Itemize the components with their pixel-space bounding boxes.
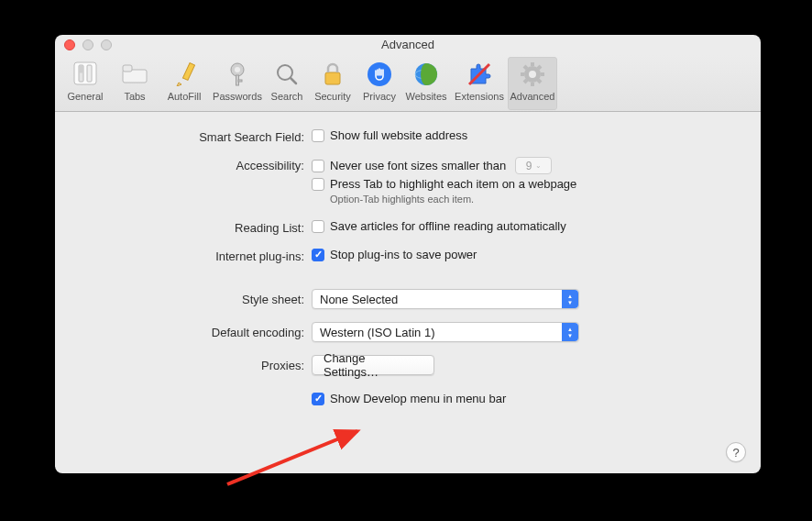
svg-marker-7 <box>177 83 181 86</box>
svg-line-27 <box>524 80 527 83</box>
popup-arrows-icon <box>562 290 578 308</box>
save-articles-label: Save articles for offline reading automa… <box>330 219 566 233</box>
tab-autofill[interactable]: AutoFill <box>159 57 209 110</box>
tab-search[interactable]: Search <box>266 57 308 110</box>
popup-arrows-icon <box>562 323 578 341</box>
svg-rect-14 <box>325 72 340 84</box>
switch-icon <box>71 61 99 88</box>
minimize-icon[interactable] <box>82 39 93 50</box>
search-icon <box>273 61 301 88</box>
show-develop-checkbox[interactable] <box>312 393 324 405</box>
svg-rect-2 <box>87 65 92 82</box>
default-encoding-label: Default encoding: <box>55 322 312 339</box>
svg-rect-6 <box>182 63 194 81</box>
window-title: Advanced <box>381 38 434 51</box>
zoom-icon[interactable] <box>101 39 112 50</box>
content-pane: Smart Search Field: Show full website ad… <box>55 112 761 473</box>
encoding-popup[interactable]: Western (ISO Latin 1) <box>312 322 579 342</box>
min-font-label: Never use font sizes smaller than <box>330 159 506 172</box>
chevron-down-icon: ⌄ <box>535 161 542 170</box>
tab-extensions[interactable]: Extensions <box>451 57 508 110</box>
svg-line-13 <box>291 78 296 83</box>
svg-rect-0 <box>74 62 96 84</box>
tab-tabs[interactable]: Tabs <box>110 57 159 110</box>
svg-point-9 <box>235 67 240 72</box>
svg-rect-5 <box>123 65 132 72</box>
svg-point-20 <box>529 71 536 78</box>
stylesheet-value: None Selected <box>313 293 562 306</box>
proxies-label: Proxies: <box>55 355 312 372</box>
stop-plugins-checkbox[interactable] <box>312 249 324 261</box>
svg-line-28 <box>538 66 541 69</box>
pencil-icon <box>170 61 198 88</box>
svg-rect-11 <box>238 80 242 82</box>
help-button[interactable]: ? <box>726 442 746 462</box>
show-develop-label: Show Develop menu in menu bar <box>330 392 506 405</box>
min-font-size-stepper[interactable]: 9⌄ <box>515 157 552 174</box>
press-tab-label: Press Tab to highlight each item on a we… <box>330 177 576 191</box>
gear-icon <box>519 61 546 88</box>
close-icon[interactable] <box>64 39 75 50</box>
stop-plugins-label: Stop plug-ins to save power <box>330 248 477 261</box>
traffic-lights <box>64 39 112 50</box>
key-icon <box>224 61 251 88</box>
tab-security[interactable]: Security <box>308 57 357 110</box>
preferences-window: Advanced General Tabs AutoFill Passwords <box>55 35 761 473</box>
tab-general[interactable]: General <box>60 57 110 110</box>
accessibility-label: Accessibility: <box>55 157 312 172</box>
puzzle-icon <box>466 61 493 88</box>
svg-line-26 <box>538 80 541 83</box>
show-full-address-checkbox[interactable] <box>312 129 324 142</box>
show-full-address-label: Show full website address <box>330 128 467 142</box>
encoding-value: Western (ISO Latin 1) <box>313 326 562 339</box>
reading-list-label: Reading List: <box>55 219 312 235</box>
titlebar: Advanced <box>55 35 761 55</box>
svg-rect-3 <box>80 66 83 73</box>
tab-privacy[interactable]: Privacy <box>357 57 401 110</box>
smart-search-label: Smart Search Field: <box>55 128 312 144</box>
min-font-checkbox[interactable] <box>312 160 324 172</box>
tab-websites[interactable]: Websites <box>401 57 451 110</box>
globe-icon <box>412 61 440 88</box>
toolbar: General Tabs AutoFill Passwords Search <box>55 55 761 112</box>
tabs-icon <box>121 61 148 88</box>
change-settings-button[interactable]: Change Settings… <box>312 355 434 375</box>
save-articles-checkbox[interactable] <box>312 220 324 233</box>
lock-icon <box>319 61 346 88</box>
press-tab-checkbox[interactable] <box>312 178 324 191</box>
tab-passwords[interactable]: Passwords <box>209 57 266 110</box>
tab-advanced[interactable]: Advanced <box>508 57 557 110</box>
stylesheet-popup[interactable]: None Selected <box>312 289 579 309</box>
option-tab-hint: Option-Tab highlights each item. <box>330 194 761 205</box>
stylesheet-label: Style sheet: <box>55 289 312 306</box>
hand-icon <box>366 61 393 88</box>
internet-plugins-label: Internet plug-ins: <box>55 248 312 263</box>
svg-line-25 <box>524 66 527 69</box>
